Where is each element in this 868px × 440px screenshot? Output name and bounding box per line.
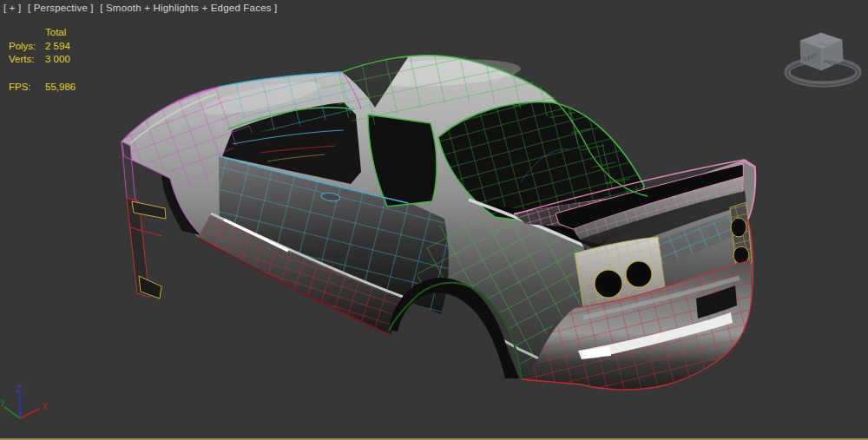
axis-x-label: X xyxy=(42,402,48,411)
verts-label: Verts: xyxy=(9,53,45,67)
polys-value: 2 594 xyxy=(45,41,70,51)
fps-label: FPS: xyxy=(9,81,45,95)
axis-y-label: y xyxy=(1,397,5,406)
axis-z-label: Z xyxy=(16,384,22,394)
statistics-overlay: Total Polys:2 594 Verts:3 000 FPS:55,986 xyxy=(9,26,76,94)
tail-light-right-upper xyxy=(731,218,746,237)
viewport-general-menu[interactable]: [ + ] xyxy=(3,3,22,13)
stats-polys-row: Polys:2 594 xyxy=(9,40,76,54)
viewport-shading-menu[interactable]: [ Smooth + Highlights + Edged Faces ] xyxy=(100,3,277,13)
verts-value: 3 000 xyxy=(45,54,70,64)
tail-light-outer xyxy=(595,270,622,298)
tail-light-inner xyxy=(626,261,652,287)
viewport-label: [ + ] [ Perspective ] [ Smooth + Highlig… xyxy=(3,3,280,13)
car-model[interactable] xyxy=(122,55,756,389)
stats-header: Total xyxy=(45,27,66,37)
viewcube[interactable]: TOP LEFT FRONT xyxy=(787,33,858,85)
world-axis-gizmo: Z X y xyxy=(1,384,48,418)
polys-label: Polys: xyxy=(9,40,45,54)
axis-x-line xyxy=(20,409,39,418)
stats-fps-row: FPS:55,986 xyxy=(9,81,76,95)
stats-header-row: Total xyxy=(9,26,76,40)
axis-y-line xyxy=(4,407,20,418)
fps-value: 55,986 xyxy=(45,82,76,92)
scene-canvas: TOP LEFT FRONT Z X y xyxy=(0,0,868,440)
stats-verts-row: Verts:3 000 xyxy=(9,53,76,67)
viewport-3d[interactable]: TOP LEFT FRONT Z X y [ + ] [ Perspective… xyxy=(0,0,868,440)
viewport-pov-menu[interactable]: [ Perspective ] xyxy=(28,3,94,13)
